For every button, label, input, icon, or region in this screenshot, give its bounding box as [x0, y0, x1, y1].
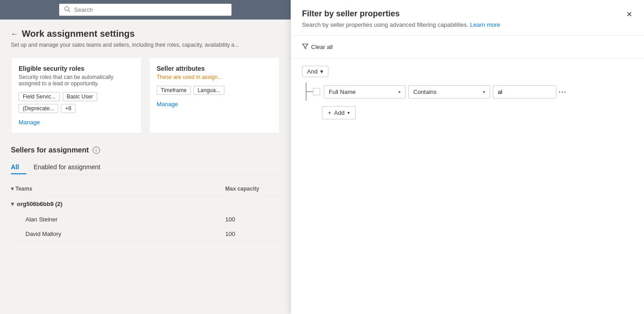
row-capacity-1: 100	[225, 216, 280, 223]
card-title-1: Eligible security roles	[19, 65, 134, 72]
close-button[interactable]: ✕	[625, 9, 633, 20]
chevron-down-icon: ▾	[11, 186, 14, 192]
sellers-table: ▾ Teams Max capacity ▾ org506b6bb9 (2) A…	[11, 182, 280, 241]
group-header-1: ▾ org506b6bb9 (2)	[11, 196, 280, 212]
tag-2-1: Langua...	[193, 86, 224, 95]
filter-value-input[interactable]	[493, 85, 556, 98]
sellers-section-header: Sellers for assignment i	[11, 146, 280, 154]
search-box	[59, 4, 232, 16]
page-subtitle: Set up and manage your sales teams and s…	[11, 42, 280, 48]
filter-toolbar: Clear all	[291, 36, 644, 59]
manage-link-2[interactable]: Manage	[157, 101, 178, 108]
group-name: org506b6bb9 (2)	[17, 201, 62, 207]
tag-1-2: (Deprecate...	[19, 104, 58, 113]
add-filter-button[interactable]: + Add ▾	[322, 106, 356, 119]
filter-header-left: Filter by seller properties Search by se…	[302, 9, 500, 28]
add-icon: +	[328, 109, 332, 116]
sellers-tabs: All Enabled for assignment	[11, 160, 280, 175]
back-button[interactable]: ←	[11, 30, 18, 38]
filter-checkbox[interactable]	[313, 88, 320, 95]
filter-title: Filter by seller properties	[302, 9, 500, 19]
col-teams-header: ▾ Teams	[11, 186, 225, 192]
table-row: David Mallory 100	[11, 226, 280, 241]
filter-body: And ▾ Full Name ▾ Contains ▾	[291, 59, 644, 314]
eligible-security-roles-card: Eligible security roles Security roles t…	[11, 57, 142, 133]
search-icon	[64, 6, 70, 14]
manage-link-1[interactable]: Manage	[19, 119, 40, 126]
table-row: Alan Steiner 100	[11, 212, 280, 226]
back-nav: ← Work assignment settings	[11, 29, 280, 39]
card-subtitle-1: Security roles that can be automatically…	[19, 74, 134, 87]
main-content: ← Work assignment settings Set up and ma…	[0, 20, 291, 314]
filter-icon	[302, 43, 308, 51]
col-max-capacity-header: Max capacity	[225, 186, 280, 192]
sellers-section-title: Sellers for assignment	[11, 146, 89, 154]
and-dropdown[interactable]: And ▾	[302, 66, 328, 77]
left-panel: ← Work assignment settings Set up and ma…	[0, 0, 291, 314]
filter-header: Filter by seller properties Search by se…	[291, 0, 644, 36]
svg-line-1	[69, 10, 70, 12]
group-chevron-icon[interactable]: ▾	[11, 201, 14, 207]
horizontal-line	[307, 91, 313, 92]
table-header: ▾ Teams Max capacity	[11, 182, 280, 196]
filter-panel: Filter by seller properties Search by se…	[291, 0, 644, 314]
filter-desc: Search by seller properties using advanc…	[302, 21, 500, 28]
field-select[interactable]: Full Name ▾	[324, 85, 406, 98]
seller-attributes-card: Seller attributes These are used in assi…	[149, 57, 280, 133]
chevron-down-icon: ▾	[320, 68, 323, 75]
tag-2-0: Timeframe	[157, 86, 191, 95]
chevron-down-icon: ▾	[398, 89, 401, 94]
row-name-1: Alan Steiner	[25, 216, 225, 223]
more-options-button[interactable]: ⋯	[556, 86, 568, 98]
cards-row: Eligible security roles Security roles t…	[11, 57, 280, 133]
table-group-1: ▾ org506b6bb9 (2) Alan Steiner 100 David…	[11, 196, 280, 241]
top-search-bar	[0, 0, 291, 20]
tag-1-0: Field Servic...	[19, 92, 60, 101]
tag-1-1: Basic User	[63, 92, 97, 101]
row-name-2: David Mallory	[25, 231, 225, 237]
tags-row-2: Timeframe Langua...	[157, 86, 272, 95]
filter-row-wrapper: Full Name ▾ Contains ▾ ⋯	[306, 83, 633, 101]
info-icon[interactable]: i	[93, 147, 100, 154]
card-subtitle-2: These are used in assign...	[157, 74, 272, 80]
learn-more-link[interactable]: Learn more	[470, 21, 500, 28]
chevron-down-icon: ▾	[483, 89, 485, 94]
tab-all[interactable]: All	[11, 160, 26, 174]
tab-enabled-for-assignment[interactable]: Enabled for assignment	[34, 160, 108, 174]
page-title: Work assignment settings	[22, 29, 135, 39]
tags-row-1: Field Servic... Basic User (Deprecate...…	[19, 92, 134, 113]
search-input[interactable]	[74, 6, 227, 13]
row-capacity-2: 100	[225, 231, 280, 237]
condition-select[interactable]: Contains ▾	[408, 85, 490, 98]
card-title-2: Seller attributes	[157, 65, 272, 72]
clear-all-button[interactable]: Clear all	[302, 41, 333, 53]
tag-1-3: +8	[61, 104, 75, 113]
chevron-down-icon: ▾	[347, 110, 350, 115]
connector	[306, 83, 313, 101]
